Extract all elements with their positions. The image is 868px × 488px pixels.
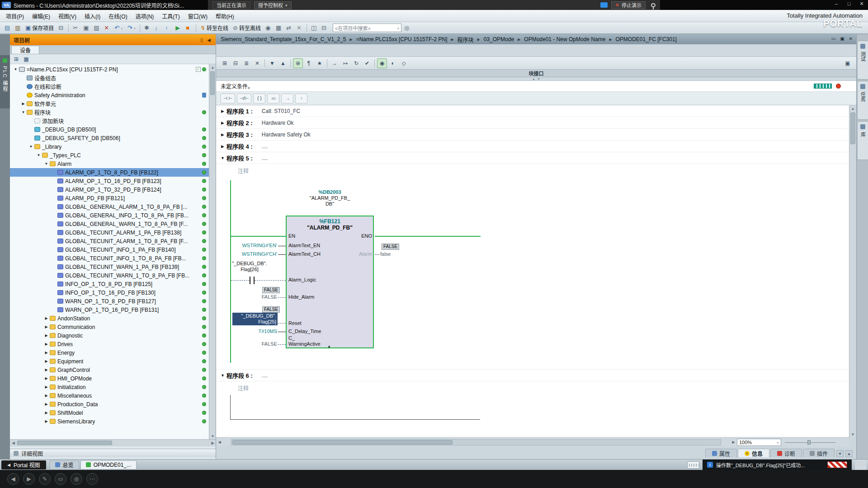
tree-item[interactable]: ALARM_PD_FB [FB121] [10,194,209,202]
tab-overview[interactable]: 总览 [50,460,79,469]
tree-item[interactable]: ▶HMI_OPMode [10,374,209,383]
cross-references-icon[interactable]: ⇄ [284,23,294,33]
insert-row-icon[interactable]: ≣ [241,58,251,68]
menu-item[interactable]: 编辑(E) [28,10,54,22]
portal-view-button[interactable]: Portal 视图 [1,460,46,469]
breadcrumb-item[interactable]: OPMODE01_FC [FC301] [616,36,684,42]
inspector-tab-plugins[interactable]: 插件 [803,449,835,457]
pin-alarm-logic[interactable]: Alarm_Logic [288,277,316,283]
presenting-button[interactable]: 当前正在演示 [212,1,250,9]
tree-item[interactable]: ALARM_OP_1_TO_32_PD_FB [FB124] [10,185,209,194]
monitor-toggle-icon[interactable]: ◉ [377,58,387,68]
menu-item[interactable]: 选项(N) [132,10,158,22]
inspector-tab-info[interactable]: i信息 [738,449,769,457]
tree-item[interactable]: ▶Production_Data [10,400,209,408]
tree-item[interactable]: ▼程序块 [10,108,209,117]
pin-reset[interactable]: Reset [288,320,302,326]
undo-icon[interactable]: ↶ [113,23,124,33]
tree-item[interactable]: GLOBAL_TECUNIT_ALARM_1_TO_8_PA_FB [F... [10,237,209,245]
start-cpu-icon[interactable]: ▶ [174,23,183,33]
tree-horizontal-scrollbar[interactable]: ◀ ▶ [10,439,216,446]
expander-icon[interactable]: ▼ [20,110,26,114]
operand-warning-active[interactable]: FALSE [216,341,277,347]
expander-icon[interactable]: ▶ [43,368,49,372]
tree-item[interactable]: WARN_OP_1_TO_16_PD_FB [FB131] [10,305,209,314]
tree-item[interactable]: ▼_Types_PLC [10,151,209,160]
tree-item[interactable]: ▶ShiftModel [10,408,209,417]
tree-item[interactable]: GLOBAL_TECUNIT_INFO_1_PA_FB [FB140] [10,245,209,254]
monitor-icon[interactable]: ◉ [264,23,273,33]
breadcrumb-item[interactable]: Siemens_Standard_Template_15xx_For_C_V1_… [221,36,356,42]
expander-icon[interactable]: ▶ [43,342,49,346]
previous-button[interactable]: ◀ [7,473,19,485]
tree-columns-icon[interactable]: ⊞ [12,55,20,63]
breadcrumb-item[interactable]: 程序块 [458,36,484,43]
detail-view-bar[interactable]: 详细视图 [10,449,216,457]
more-button[interactable]: ⋯ [86,473,98,485]
compile-icon[interactable]: ✱ [142,23,152,33]
pin-icon[interactable] [651,3,656,7]
tree-item[interactable]: WARN_OP_1_TO_8_PD_FB [FB127] [10,297,209,305]
expander-icon[interactable]: ▼ [13,67,19,71]
coil-icon[interactable]: ( ) [253,94,265,103]
menu-item[interactable]: 插入(I) [80,10,104,22]
cut-icon[interactable]: ✂ [71,23,80,33]
tree-item[interactable]: GLOBAL_GENERAL_WARN_1_TO_8_PA_FB [F... [10,220,209,228]
breadcrumb-item[interactable]: 03_OPMode [484,36,524,42]
global-search-icon[interactable]: ◎ [402,23,412,33]
tree-item[interactable]: ▼=Name.PLC15xx [CPU 1515TF-2 PN]✓ [10,65,209,74]
operand-delay-time[interactable]: T#10MS [216,328,277,334]
maximize-window-icon[interactable] [845,1,853,7]
expander-icon[interactable]: ▶ [43,351,49,355]
no-contact-icon[interactable]: ⊣ ⊢ [221,94,235,103]
tab-opmode01-editor[interactable]: OPMODE01_... [80,460,137,469]
zoom-select[interactable]: 100% [737,439,781,446]
network-5-header[interactable]: 程序段 5 : .... [216,152,849,164]
inspector-tab-properties[interactable]: 属性 [705,449,737,457]
block-scroll-indicator[interactable] [327,344,331,348]
expander-icon[interactable]: ▶ [43,325,49,329]
tree-item[interactable]: 设备组态 [10,74,209,82]
chevron-down-icon[interactable] [397,25,400,31]
tree-item[interactable]: GLOBAL_TECUNIT_INFO_1_TO_8_PA_FB [FB... [10,254,209,263]
tree-item[interactable]: ▶Diagnostic [10,331,209,340]
tree-item[interactable]: GLOBAL_GENERAL_ALARM_1_TO_8_PA_FB [... [10,202,209,211]
pin-alarmtext-ch[interactable]: AlarmText_CH [288,251,321,257]
expander-icon[interactable]: ▶ [43,394,49,398]
network-overview-icon[interactable] [814,84,832,89]
next-button[interactable]: ▶ [23,473,35,485]
favorites-toggle-icon[interactable]: ★ [315,58,325,68]
collapse-panel-icon[interactable]: ◀ [205,38,212,42]
insert-network-icon[interactable]: ⊞ [220,58,230,68]
record-icon[interactable] [836,84,841,89]
tree-item[interactable]: ▶软件单元 [10,99,209,108]
network-2-header[interactable]: 程序段 2 : Hardware Ok [216,117,849,129]
network-title[interactable]: Call: ST010_FC [262,108,300,114]
new-project-icon[interactable]: ▤ [3,23,12,33]
tree-item[interactable]: GLOBAL_GENERAL_INFO_1_TO_8_PA_FB [FB... [10,211,209,220]
pin-en[interactable]: EN [288,233,295,239]
network-comment[interactable]: 注释 [238,384,249,392]
print-icon[interactable]: ⊟ [57,23,66,33]
tree-item[interactable]: ▼Alarm [10,160,209,168]
tree-item[interactable]: ALARM_OP_1_TO_16_PD_FB [FB123] [10,177,209,185]
snapshot-icon[interactable]: ◇ [399,58,409,68]
pin-c-truncated[interactable]: C_ [288,335,295,341]
goto-icon[interactable]: → [330,58,340,68]
empty-box-icon[interactable]: ▭ [267,94,279,103]
expander-icon[interactable]: ▶ [20,102,26,106]
menu-item[interactable]: 窗口(W) [184,10,212,22]
editor-vertical-scrollbar[interactable]: ▲ ▼ [849,105,856,437]
upload-icon[interactable]: ↑ [163,23,173,33]
collapse-icon[interactable] [219,373,226,378]
expander-icon[interactable]: ▶ [43,376,49,380]
tree-item[interactable]: ▼_Library [10,142,209,151]
tree-item[interactable]: GLOBAL_TECUNIT_ALARM_1_PA_FB [FB138] [10,228,209,237]
breadcrumb-item[interactable]: =Name.PLC15xx [CPU 1515TF-2 PN] [356,36,458,42]
contact-icon[interactable] [250,277,250,284]
tree-item[interactable]: ▶Initialization [10,383,209,391]
tree-item[interactable]: ▶AndonStation [10,314,209,323]
tree-item[interactable]: _DEBUG_DB [DB500] [10,125,209,134]
network-title[interactable]: .... [262,155,268,161]
open-project-icon[interactable]: ▥ [13,23,23,33]
